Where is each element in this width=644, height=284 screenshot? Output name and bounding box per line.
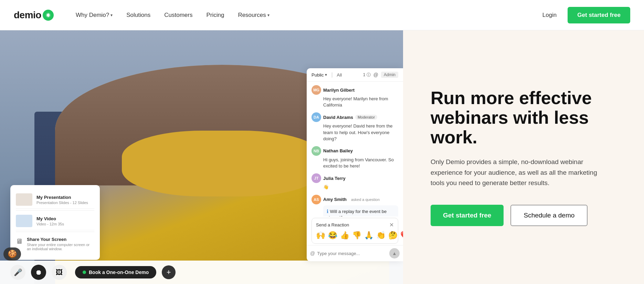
hero-demo-area: My Presentation Presentation Slides - 12…: [0, 30, 403, 284]
avatar-julia: JT: [312, 173, 321, 183]
avatar-nathan: NB: [312, 146, 321, 156]
chat-name-julia: Julia Terry: [323, 176, 346, 181]
reaction-close-button[interactable]: ✕: [389, 222, 394, 228]
cookie-emoji-icon: 🍪: [8, 250, 17, 258]
nav-solutions[interactable]: Solutions: [121, 9, 156, 21]
avatar-amy: AS: [312, 195, 321, 204]
chat-input-area: @ ▲: [307, 245, 403, 261]
chat-question-box: ℹ Will a replay for the event be shared?: [323, 205, 398, 217]
logo-icon: [43, 10, 54, 21]
chat-name-david: David Abrams: [323, 115, 353, 120]
video-title: My Video: [36, 216, 64, 222]
hero-section: My Presentation Presentation Slides - 12…: [0, 30, 644, 284]
nav-customers[interactable]: Customers: [159, 9, 198, 21]
hero-heading: Run more effective webinars with less wo…: [431, 88, 616, 148]
microphone-icon[interactable]: 🎤: [10, 265, 25, 280]
chat-header: Public ▾ | All 1 ⓘ @ Admin: [307, 68, 403, 82]
chat-name-marilyn: Marilyn Gilbert: [323, 88, 355, 93]
nav-resources[interactable]: Resources ▾: [232, 9, 275, 21]
book-demo-button[interactable]: Book a One-on-One Demo: [75, 266, 156, 278]
chat-at-symbol[interactable]: @: [310, 251, 315, 256]
video-thumbnail: [16, 215, 32, 227]
emoji-wave[interactable]: 👏: [376, 231, 386, 240]
emoji-clap[interactable]: 🙌: [316, 231, 325, 240]
chat-separator: |: [331, 72, 332, 78]
chat-message-1: MG Marilyn Gilbert Hey everyone! Marilyn…: [312, 85, 398, 108]
presentation-subtitle: Presentation Slides - 12 Slides: [36, 201, 88, 205]
hero-subtext: Only Demio provides a simple, no-downloa…: [431, 157, 610, 188]
hero-schedule-demo-button[interactable]: Schedule a demo: [510, 205, 588, 226]
sidebar-panel: My Presentation Presentation Slides - 12…: [10, 185, 100, 260]
hero-buttons: Get started free Schedule a demo: [431, 205, 616, 226]
nav-pricing[interactable]: Pricing: [201, 9, 230, 21]
hero-get-started-button[interactable]: Get started free: [431, 205, 504, 226]
sidebar-screen-share-item[interactable]: 🖥 Share Your Screen Share your entire co…: [16, 233, 94, 254]
add-content-button[interactable]: +: [162, 265, 176, 279]
emoji-thumbsdown[interactable]: 👎: [352, 231, 361, 240]
chat-text-julia: 👋: [312, 184, 398, 190]
chat-question-text: Will a replay for the event be shared?: [327, 209, 387, 217]
chat-name-amy: Amy Smith: [323, 197, 347, 202]
chat-name-nathan: Nathan Bailey: [323, 148, 353, 153]
chevron-down-icon: ▾: [267, 13, 270, 18]
reaction-popup: Send a Reaction ✕ 🙌 😂 👍 👎 🙏 👏 🤔 ❤️: [312, 218, 398, 244]
logo[interactable]: demio: [14, 10, 54, 21]
monitor-icon: 🖥: [16, 237, 23, 245]
nav-why-demio[interactable]: Why Demio? ▾: [70, 9, 118, 21]
camera-icon[interactable]: ⏺: [31, 265, 46, 280]
chat-header-right: 1 ⓘ @ Admin: [363, 72, 398, 78]
hero-text-area: Run more effective webinars with less wo…: [403, 30, 644, 284]
chat-all-tab[interactable]: All: [337, 72, 342, 78]
video-subtitle: Video - 12m 35s: [36, 222, 64, 226]
chat-message-4: JT Julia Terry 👋: [312, 173, 398, 190]
chat-admin-label: Admin: [381, 72, 398, 78]
reaction-emojis: 🙌 😂 👍 👎 🙏 👏 🤔 ❤️: [316, 231, 394, 240]
avatar-david: DA: [312, 112, 321, 122]
chat-count: 1 ⓘ: [363, 72, 371, 78]
sidebar-video-item[interactable]: My Video Video - 12m 35s: [16, 212, 94, 230]
present-icon[interactable]: 🖼: [52, 265, 67, 280]
presentation-thumbnail: [16, 193, 32, 206]
chat-at-icon[interactable]: @: [373, 72, 378, 78]
chat-message-3: NB Nathan Bailey Hi guys, joining from V…: [312, 146, 398, 169]
logo-text: demio: [14, 10, 41, 21]
chat-text-nathan: Hi guys, joining from Vancouver. So exci…: [312, 157, 398, 169]
chat-public-dropdown[interactable]: Public ▾: [312, 72, 327, 78]
nav-links: Why Demio? ▾ Solutions Customers Pricing…: [70, 9, 537, 21]
chat-text-david: Hey everyone! David here from the team t…: [312, 123, 398, 142]
navbar: demio Why Demio? ▾ Solutions Customers P…: [0, 0, 644, 30]
reaction-popup-title: Send a Reaction: [316, 222, 349, 227]
emoji-heart[interactable]: ❤️: [400, 231, 403, 240]
chat-asked-badge: asked a question: [349, 197, 382, 202]
screen-share-subtitle: Share your entire computer screen or an …: [27, 243, 94, 251]
emoji-pray[interactable]: 🙏: [364, 231, 373, 240]
chat-text-marilyn: Hey everyone! Marilyn here from Californ…: [312, 96, 398, 108]
cookie-banner: 🍪: [3, 247, 21, 261]
presentation-title: My Presentation: [36, 195, 88, 201]
chat-send-button[interactable]: ▲: [389, 248, 400, 258]
chat-messages: MG Marilyn Gilbert Hey everyone! Marilyn…: [307, 82, 403, 216]
chat-panel: Public ▾ | All 1 ⓘ @ Admin MG: [307, 68, 403, 261]
bottom-toolbar: 🎤 ⏺ 🖼 Book a One-on-One Demo +: [0, 261, 403, 284]
avatar-marilyn: MG: [312, 85, 321, 95]
sidebar-presentation-item[interactable]: My Presentation Presentation Slides - 12…: [16, 191, 94, 209]
emoji-thumbsup[interactable]: 👍: [340, 231, 349, 240]
login-link[interactable]: Login: [537, 9, 562, 21]
chat-message-5: AS Amy Smith asked a question ℹ Will a r…: [312, 195, 398, 217]
nav-right: Login Get started free: [537, 7, 630, 23]
live-indicator: [83, 271, 86, 274]
svg-point-1: [47, 14, 50, 17]
chat-dropdown-chevron: ▾: [325, 72, 327, 77]
emoji-think[interactable]: 🤔: [388, 231, 398, 240]
nav-get-started-button[interactable]: Get started free: [568, 7, 630, 23]
screen-share-title: Share Your Screen: [27, 237, 94, 243]
chevron-down-icon: ▾: [110, 13, 113, 18]
emoji-laugh[interactable]: 😂: [328, 231, 337, 240]
chat-message-input[interactable]: [317, 251, 387, 256]
chat-message-2: DA David Abrams Moderator Hey everyone! …: [312, 112, 398, 142]
question-icon: ℹ: [327, 209, 328, 214]
chat-badge-moderator: Moderator: [355, 115, 377, 120]
